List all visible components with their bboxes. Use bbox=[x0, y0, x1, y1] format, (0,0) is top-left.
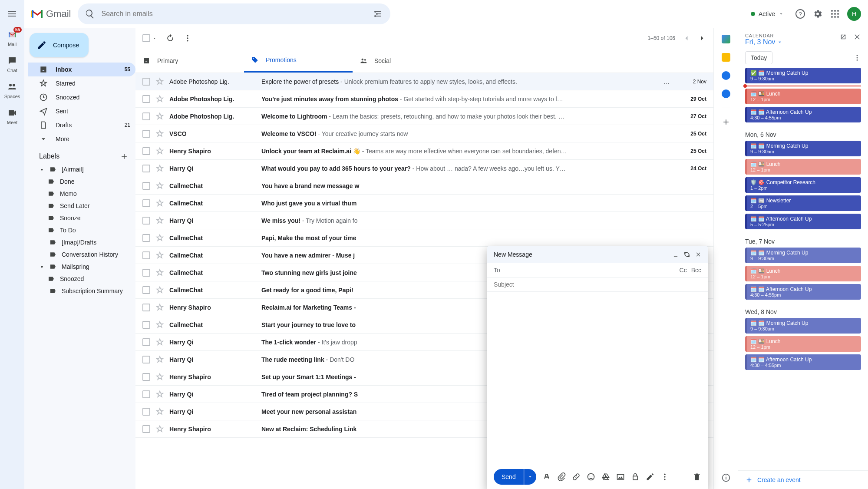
label-todo[interactable]: To Do bbox=[28, 224, 135, 236]
label-memo[interactable]: Memo bbox=[28, 188, 135, 200]
cc-link[interactable]: Cc bbox=[680, 267, 687, 274]
calendar-event[interactable]: 🗓️ 🗓️ Afternoon Catch Up4:30 – 4:55pm bbox=[745, 107, 861, 122]
confidential-icon[interactable] bbox=[631, 472, 640, 481]
label-snooze[interactable]: Snooze bbox=[28, 212, 135, 224]
row-checkbox[interactable] bbox=[142, 425, 150, 433]
discard-icon[interactable] bbox=[693, 472, 701, 481]
contacts-app-icon[interactable] bbox=[722, 89, 730, 98]
calendar-event[interactable]: ✅ 🗓️ Morning Catch Up9 – 9:30am bbox=[745, 68, 861, 83]
calendar-event[interactable]: 🗓️ 🗓️ Afternoon Catch Up5 – 5:25pm bbox=[745, 214, 861, 229]
label-mailspring[interactable]: ▾Mailspring bbox=[28, 261, 135, 273]
row-checkbox[interactable] bbox=[142, 286, 150, 294]
compose-to-row[interactable]: To CcBcc bbox=[487, 263, 708, 278]
account-avatar[interactable]: H bbox=[847, 7, 861, 21]
star-icon[interactable] bbox=[155, 182, 164, 190]
settings-icon[interactable] bbox=[812, 9, 823, 19]
keep-app-icon[interactable] bbox=[722, 53, 730, 62]
fullscreen-icon[interactable] bbox=[684, 251, 690, 258]
row-checkbox[interactable] bbox=[142, 390, 150, 398]
calendar-event[interactable]: 🗓️ 🗓️ Afternoon Catch Up4:30 – 4:55pm bbox=[745, 354, 861, 370]
open-in-new-icon[interactable] bbox=[839, 33, 847, 41]
menu-button[interactable] bbox=[2, 3, 23, 24]
compose-body[interactable] bbox=[487, 292, 708, 465]
star-icon[interactable] bbox=[155, 234, 164, 242]
row-checkbox[interactable] bbox=[142, 321, 150, 329]
info-icon[interactable] bbox=[722, 473, 730, 482]
nav-drafts[interactable]: Drafts21 bbox=[28, 118, 135, 132]
refresh-icon[interactable] bbox=[166, 34, 175, 43]
star-icon[interactable] bbox=[155, 407, 164, 416]
calendar-date-picker[interactable]: Fri, 3 Nov bbox=[745, 38, 783, 46]
calendar-body[interactable]: ✅ 🗓️ Morning Catch Up9 – 9:30am🗓️ 🍱 Lunc… bbox=[738, 68, 868, 470]
label-airmail[interactable]: ▾[Airmail] bbox=[28, 163, 135, 175]
star-icon[interactable] bbox=[155, 390, 164, 399]
row-checkbox[interactable] bbox=[142, 251, 150, 259]
star-icon[interactable] bbox=[155, 286, 164, 294]
row-checkbox[interactable] bbox=[142, 130, 150, 138]
row-checkbox[interactable] bbox=[142, 199, 150, 207]
email-row[interactable]: Adobe Photoshop Lig.Explore the power of… bbox=[135, 73, 713, 90]
label-subsum[interactable]: Subscription Summary bbox=[28, 285, 135, 297]
calendar-event[interactable]: 🗓️ 🗓️ Morning Catch Up9 – 9:30am bbox=[745, 248, 861, 263]
star-icon[interactable] bbox=[155, 199, 164, 208]
email-row[interactable]: CallmeChatYou have a brand new message w bbox=[135, 177, 713, 195]
email-row[interactable]: VSCOWelcome to VSCO! - Your creative jou… bbox=[135, 125, 713, 142]
pen-icon[interactable] bbox=[646, 472, 654, 481]
tasks-app-icon[interactable] bbox=[722, 71, 730, 80]
star-icon[interactable] bbox=[155, 251, 164, 260]
calendar-event[interactable]: 🗓️ 🍱 Lunch12 – 1pm bbox=[745, 159, 861, 175]
tab-primary[interactable]: Primary bbox=[135, 49, 244, 73]
send-button[interactable]: Send bbox=[494, 469, 524, 485]
rail-mail[interactable]: 55 Mail bbox=[0, 26, 24, 50]
star-icon[interactable] bbox=[155, 216, 164, 225]
row-checkbox[interactable] bbox=[142, 78, 150, 86]
image-icon[interactable] bbox=[616, 472, 625, 481]
minimize-icon[interactable] bbox=[673, 251, 679, 258]
row-checkbox[interactable] bbox=[142, 165, 150, 172]
close-icon[interactable] bbox=[695, 251, 701, 258]
emoji-icon[interactable] bbox=[587, 472, 595, 481]
compose-header[interactable]: New Message bbox=[487, 246, 708, 263]
nav-inbox[interactable]: Inbox55 bbox=[28, 63, 135, 76]
select-all[interactable] bbox=[142, 34, 157, 42]
calendar-app-icon[interactable] bbox=[722, 35, 730, 43]
row-checkbox[interactable] bbox=[142, 408, 150, 416]
close-panel-icon[interactable] bbox=[853, 33, 861, 41]
link-icon[interactable] bbox=[572, 472, 581, 481]
subject-input[interactable] bbox=[494, 281, 701, 288]
row-checkbox[interactable] bbox=[142, 182, 150, 190]
star-icon[interactable] bbox=[155, 164, 164, 173]
star-icon[interactable] bbox=[155, 268, 164, 277]
row-checkbox[interactable] bbox=[142, 95, 150, 103]
star-icon[interactable] bbox=[155, 303, 164, 312]
row-checkbox[interactable] bbox=[142, 338, 150, 346]
tab-social[interactable]: Social bbox=[353, 49, 461, 73]
rail-chat[interactable]: Chat bbox=[0, 52, 24, 76]
label-sendlater[interactable]: Send Later bbox=[28, 200, 135, 212]
row-checkbox[interactable] bbox=[142, 217, 150, 225]
today-button[interactable]: Today bbox=[745, 51, 772, 64]
search-bar[interactable] bbox=[78, 3, 390, 24]
email-row[interactable]: Harry QiWhat would you pay to add 365 ho… bbox=[135, 160, 713, 177]
row-checkbox[interactable] bbox=[142, 112, 150, 120]
nav-more[interactable]: More bbox=[28, 132, 135, 146]
label-convhist[interactable]: Conversation History bbox=[28, 248, 135, 261]
star-icon[interactable] bbox=[155, 425, 164, 433]
calendar-event[interactable]: 🗓️ 🗓️ Afternoon Catch Up4:30 – 4:55pm bbox=[745, 284, 861, 300]
calendar-event[interactable]: 🗓️ 🗓️ Morning Catch Up9 – 9:30am bbox=[745, 141, 861, 156]
calendar-more-icon[interactable] bbox=[853, 54, 861, 62]
star-icon[interactable] bbox=[155, 320, 164, 329]
row-checkbox[interactable] bbox=[142, 304, 150, 311]
calendar-event[interactable]: 🗓️ 🗓️ Morning Catch Up9 – 9:30am bbox=[745, 318, 861, 334]
email-row[interactable]: Adobe Photoshop Lig.Welcome to Lightroom… bbox=[135, 108, 713, 125]
calendar-event[interactable]: 🗓️ 📰 Newsletter2 – 5pm bbox=[745, 195, 861, 211]
search-options-icon[interactable] bbox=[373, 9, 383, 19]
rail-meet[interactable]: Meet bbox=[0, 104, 24, 129]
star-icon[interactable] bbox=[155, 147, 164, 155]
calendar-event[interactable]: 🛡️ 🎯 Competitor Research1 – 2pm bbox=[745, 177, 861, 193]
nav-starred[interactable]: Starred bbox=[28, 76, 135, 90]
nav-snoozed[interactable]: Snoozed bbox=[28, 90, 135, 104]
row-checkbox[interactable] bbox=[142, 373, 150, 381]
drive-icon[interactable] bbox=[601, 472, 610, 481]
email-row[interactable]: CallmeChatPapi, Make the most of your ti… bbox=[135, 229, 713, 247]
